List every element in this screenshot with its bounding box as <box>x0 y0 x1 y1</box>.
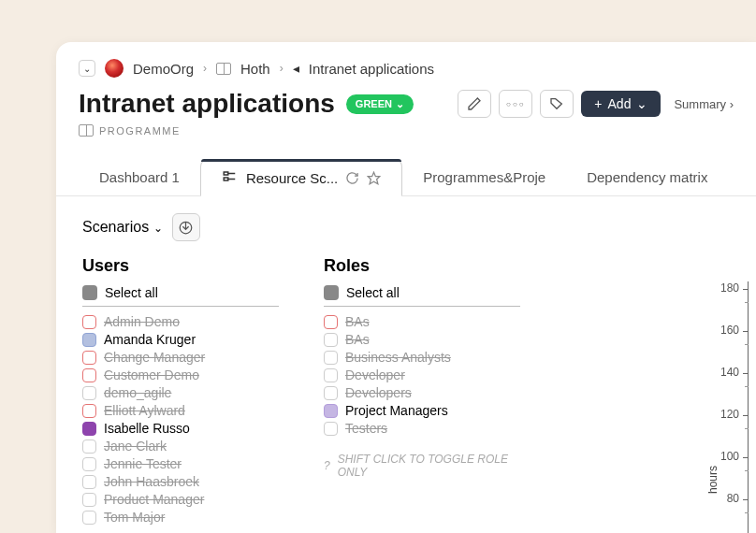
checkbox[interactable] <box>82 422 96 436</box>
star-icon[interactable] <box>367 171 381 185</box>
roles-heading: Roles <box>324 256 520 276</box>
user-label: Product Manager <box>104 492 204 507</box>
user-item[interactable]: Jennie Tester <box>82 456 279 471</box>
user-label: demo_agile <box>104 385 171 400</box>
roles-select-all[interactable]: Select all <box>324 285 520 307</box>
more-button[interactable]: ○○○ <box>499 90 532 118</box>
role-item[interactable]: Developer <box>324 367 520 382</box>
checkbox[interactable] <box>82 457 96 471</box>
user-item[interactable]: Tom Major <box>82 510 279 525</box>
user-item[interactable]: Isabelle Russo <box>82 421 279 436</box>
tab-dependency[interactable]: Dependency matrix <box>566 159 728 195</box>
summary-link[interactable]: Summary › <box>674 97 734 111</box>
checkbox[interactable] <box>82 493 96 507</box>
book-icon <box>79 124 94 137</box>
y-axis: hours 1801601401201008060 <box>700 281 756 533</box>
role-label: BAs <box>345 314 370 329</box>
download-icon <box>179 221 193 235</box>
tab-resource-scheduling[interactable]: Resource Sc... <box>200 159 402 196</box>
user-label: Elliott Aylward <box>104 403 185 418</box>
back-icon[interactable]: ◂ <box>293 61 299 76</box>
checkbox[interactable] <box>82 333 96 347</box>
checkbox[interactable] <box>82 439 96 454</box>
checkbox[interactable] <box>82 404 96 418</box>
book-icon <box>216 63 231 75</box>
add-button[interactable]: + Add ⌄ <box>581 91 661 117</box>
user-item[interactable]: Amanda Kruger <box>82 332 279 347</box>
tag-button[interactable] <box>540 90 574 118</box>
org-avatar[interactable] <box>105 59 124 78</box>
users-select-all[interactable]: Select all <box>82 285 279 307</box>
users-column: Users Select all Admin DemoAmanda Kruger… <box>82 256 279 525</box>
status-badge[interactable]: GREEN ⌄ <box>346 94 414 114</box>
role-item[interactable]: Business Analysts <box>324 350 520 365</box>
tab-bar: Dashboard 1 Resource Sc... Programmes&Pr… <box>56 159 756 196</box>
user-label: Tom Major <box>104 510 165 525</box>
svg-rect-1 <box>224 178 228 180</box>
checkbox-icon <box>324 285 339 300</box>
breadcrumb-space[interactable]: Hoth <box>240 61 270 77</box>
user-item[interactable]: Change Manager <box>82 350 279 365</box>
checkbox-icon <box>82 285 97 300</box>
role-item[interactable]: Developers <box>324 385 520 400</box>
checkbox[interactable] <box>82 368 96 382</box>
checkbox[interactable] <box>82 386 96 400</box>
scenarios-dropdown[interactable]: Scenarios ⌄ <box>82 219 163 236</box>
checkbox[interactable] <box>82 315 96 329</box>
type-label: PROGRAMME <box>79 124 734 137</box>
checkbox[interactable] <box>324 351 338 365</box>
axis-tick: 160 <box>711 324 739 337</box>
user-item[interactable]: Customer Demo <box>82 367 279 382</box>
tab-programmes[interactable]: Programmes&Proje <box>402 159 566 195</box>
svg-rect-0 <box>224 172 228 175</box>
user-label: John Haasbroek <box>104 474 199 489</box>
checkbox[interactable] <box>324 333 338 347</box>
checkbox[interactable] <box>324 315 338 329</box>
user-item[interactable]: Admin Demo <box>82 314 279 329</box>
user-item[interactable]: Jane Clark <box>82 439 279 454</box>
chevron-right-icon: › <box>203 62 207 75</box>
checkbox[interactable] <box>82 351 96 365</box>
download-button[interactable] <box>172 213 200 241</box>
app-window: ⌄ DemoOrg › Hoth › ◂ Intranet applicatio… <box>56 42 756 533</box>
breadcrumb-toggle[interactable]: ⌄ <box>79 60 95 77</box>
role-label: Business Analysts <box>345 350 451 365</box>
checkbox[interactable] <box>324 422 338 436</box>
page-header: Intranet applications GREEN ⌄ ○○○ + Add <box>56 89 756 144</box>
role-item[interactable]: Project Managers <box>324 403 520 418</box>
role-label: BAs <box>345 332 370 347</box>
chevron-right-icon: › <box>280 62 284 75</box>
checkbox[interactable] <box>324 368 338 382</box>
role-item[interactable]: BAs <box>324 314 520 329</box>
svg-marker-2 <box>369 172 381 184</box>
axis-label: hours <box>706 466 720 494</box>
axis-tick: 180 <box>711 281 739 295</box>
checkbox[interactable] <box>82 475 96 489</box>
tab-dashboard[interactable]: Dashboard 1 <box>79 159 200 195</box>
breadcrumb-current[interactable]: Intranet applications <box>309 61 434 77</box>
pencil-icon <box>467 96 482 111</box>
user-item[interactable]: Product Manager <box>82 492 279 507</box>
user-label: Amanda Kruger <box>104 332 196 347</box>
checkbox[interactable] <box>324 404 338 418</box>
user-label: Jane Clark <box>104 439 167 454</box>
edit-button[interactable] <box>458 90 491 118</box>
role-item[interactable]: BAs <box>324 332 520 347</box>
role-label: Project Managers <box>345 403 448 418</box>
page-title: Intranet applications <box>79 89 335 119</box>
user-label: Customer Demo <box>104 367 199 382</box>
role-label: Testers <box>345 421 387 436</box>
refresh-icon[interactable] <box>345 171 359 185</box>
roles-column: Roles Select all BAsBAsBusiness Analysts… <box>324 256 520 525</box>
breadcrumb-org[interactable]: DemoOrg <box>133 61 194 77</box>
plus-icon: + <box>594 96 602 111</box>
role-item[interactable]: Testers <box>324 421 520 436</box>
tag-icon <box>549 96 564 111</box>
user-label: Isabelle Russo <box>104 421 190 436</box>
resource-icon <box>222 169 239 186</box>
user-item[interactable]: Elliott Aylward <box>82 403 279 418</box>
user-item[interactable]: demo_agile <box>82 385 279 400</box>
user-item[interactable]: John Haasbroek <box>82 474 279 489</box>
checkbox[interactable] <box>82 511 96 525</box>
checkbox[interactable] <box>324 386 338 400</box>
